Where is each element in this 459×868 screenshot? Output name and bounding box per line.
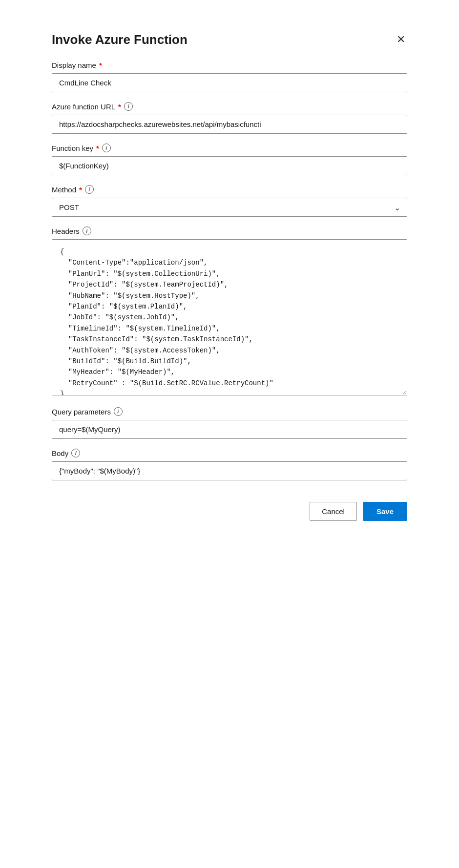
query-parameters-label: Query parameters i [52, 407, 407, 416]
body-label: Body i [52, 449, 407, 457]
azure-function-url-required: * [118, 103, 121, 111]
display-name-label-text: Display name [52, 61, 96, 69]
display-name-group: Display name * [52, 61, 407, 92]
azure-function-url-label: Azure function URL * i [52, 102, 407, 111]
query-parameters-group: Query parameters i [52, 407, 407, 439]
body-label-text: Body [52, 449, 68, 457]
function-key-label-text: Function key [52, 144, 93, 152]
query-parameters-input[interactable] [52, 420, 407, 439]
method-info-icon[interactable]: i [85, 185, 94, 194]
cancel-button[interactable]: Cancel [310, 502, 357, 521]
modal-title: Invoke Azure Function [52, 32, 188, 47]
azure-function-url-label-text: Azure function URL [52, 103, 115, 111]
azure-function-url-input[interactable] [52, 115, 407, 134]
method-required: * [79, 186, 82, 194]
display-name-label: Display name * [52, 61, 407, 69]
headers-textarea[interactable]: { "Content-Type":"application/json", "Pl… [52, 239, 407, 395]
function-key-input[interactable] [52, 156, 407, 175]
save-button[interactable]: Save [363, 502, 407, 521]
function-key-group: Function key * i [52, 144, 407, 175]
modal-header: Invoke Azure Function ✕ [52, 32, 407, 47]
query-parameters-label-text: Query parameters [52, 408, 111, 416]
function-key-label: Function key * i [52, 144, 407, 152]
method-group: Method * i GET POST PUT DELETE PATCH ⌄ [52, 185, 407, 217]
close-button[interactable]: ✕ [395, 32, 407, 47]
body-input[interactable] [52, 461, 407, 480]
body-info-icon[interactable]: i [71, 449, 80, 457]
headers-group: Headers i { "Content-Type":"application/… [52, 227, 407, 397]
headers-label-text: Headers [52, 227, 80, 235]
headers-label: Headers i [52, 227, 407, 235]
function-key-info-icon[interactable]: i [102, 144, 111, 152]
modal-footer: Cancel Save [52, 494, 407, 521]
method-select-wrapper: GET POST PUT DELETE PATCH ⌄ [52, 198, 407, 217]
function-key-required: * [96, 144, 99, 152]
display-name-required: * [99, 61, 102, 69]
headers-info-icon[interactable]: i [83, 227, 91, 235]
azure-function-url-group: Azure function URL * i [52, 102, 407, 134]
query-parameters-info-icon[interactable]: i [114, 407, 123, 416]
invoke-azure-function-modal: Invoke Azure Function ✕ Display name * A… [34, 15, 425, 538]
method-label: Method * i [52, 185, 407, 194]
method-select[interactable]: GET POST PUT DELETE PATCH [52, 198, 407, 217]
method-label-text: Method [52, 186, 76, 194]
azure-function-url-info-icon[interactable]: i [124, 102, 133, 111]
body-group: Body i [52, 449, 407, 480]
display-name-input[interactable] [52, 73, 407, 92]
